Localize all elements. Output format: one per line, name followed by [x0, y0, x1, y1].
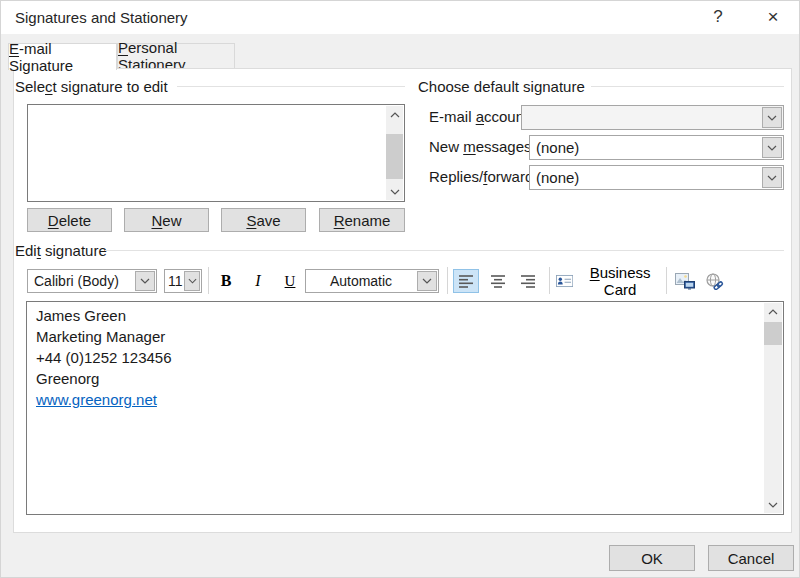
- font-size-select[interactable]: 11: [164, 269, 202, 293]
- signature-line: Marketing Manager: [36, 326, 759, 347]
- toolbar-separator: [447, 267, 448, 294]
- signature-editor[interactable]: James Green Marketing Manager +44 (0)125…: [26, 301, 784, 515]
- page-title: Signatures and Stationery: [15, 9, 188, 26]
- chevron-down-icon: [768, 502, 778, 508]
- signatures-and-stationery-dialog: Signatures and Stationery ? × E-mail Sig…: [0, 0, 800, 578]
- chevron-down-icon: [188, 278, 197, 284]
- new-messages-label: New messages:: [429, 138, 536, 155]
- dropdown-button[interactable]: [762, 107, 782, 128]
- new-messages-value: (none): [530, 139, 761, 156]
- scroll-up-button[interactable]: [386, 106, 403, 123]
- chevron-down-icon: [390, 189, 400, 195]
- insert-picture-icon: [675, 273, 695, 290]
- business-card-button[interactable]: Business Card: [555, 269, 663, 293]
- select-signature-group-label: Select signature to edit: [15, 78, 168, 95]
- new-button[interactable]: New: [124, 208, 209, 232]
- new-messages-select[interactable]: (none): [529, 135, 784, 160]
- chevron-down-icon: [767, 175, 777, 181]
- signature-line: www.greenorg.net: [36, 389, 759, 410]
- tab-label: E-mail Signature: [9, 40, 116, 74]
- delete-button[interactable]: Delete: [27, 208, 112, 232]
- insert-hyperlink-icon: [706, 273, 725, 290]
- signature-link[interactable]: www.greenorg.net: [36, 391, 157, 408]
- business-card-label: Business Card: [578, 264, 662, 298]
- align-center-icon: [490, 274, 506, 288]
- font-color-select[interactable]: Automatic: [305, 269, 439, 293]
- bold-icon: B: [221, 272, 232, 290]
- title-bar: Signatures and Stationery ? ×: [1, 1, 799, 34]
- chevron-up-icon: [390, 112, 400, 118]
- chevron-down-icon: [422, 278, 432, 284]
- insert-picture-button[interactable]: [672, 269, 698, 293]
- email-account-select[interactable]: [521, 105, 784, 130]
- dropdown-button[interactable]: [417, 271, 437, 291]
- replies-forwards-label: Replies/forwards:: [429, 168, 545, 185]
- signature-line: Greenorg: [36, 368, 759, 389]
- dropdown-button[interactable]: [135, 271, 155, 291]
- scroll-down-button[interactable]: [386, 183, 403, 200]
- help-button[interactable]: ?: [701, 3, 735, 31]
- bold-button[interactable]: B: [213, 269, 239, 293]
- chevron-down-icon: [140, 278, 150, 284]
- toolbar-separator: [666, 267, 667, 294]
- replies-forwards-select[interactable]: (none): [529, 165, 784, 190]
- chevron-down-icon: [767, 145, 777, 151]
- editor-scrollbar[interactable]: [764, 303, 782, 513]
- group-divider-line: [591, 86, 784, 87]
- group-divider-line: [177, 86, 405, 87]
- tab-personal-stationery[interactable]: Personal Stationery: [117, 43, 235, 69]
- align-center-button[interactable]: [485, 269, 511, 293]
- italic-icon: I: [255, 272, 260, 290]
- align-left-button[interactable]: [453, 269, 479, 293]
- font-family-value: Calibri (Body): [28, 273, 134, 289]
- toolbar-separator: [208, 267, 209, 294]
- underline-icon: U: [285, 273, 296, 290]
- dropdown-button[interactable]: [184, 271, 200, 291]
- tab-email-signature[interactable]: E-mail Signature: [8, 43, 117, 70]
- replies-forwards-value: (none): [530, 169, 761, 186]
- listbox-scrollbar[interactable]: [386, 106, 403, 200]
- cancel-button[interactable]: Cancel: [708, 545, 794, 571]
- help-icon: ?: [713, 7, 722, 27]
- signature-text: James Green Marketing Manager +44 (0)125…: [36, 305, 759, 410]
- insert-hyperlink-button[interactable]: [702, 269, 728, 293]
- align-right-icon: [520, 274, 536, 288]
- rename-button[interactable]: Rename: [319, 208, 405, 232]
- align-right-button[interactable]: [515, 269, 541, 293]
- italic-button[interactable]: I: [245, 269, 271, 293]
- signature-line: James Green: [36, 305, 759, 326]
- signature-listbox[interactable]: [27, 104, 405, 202]
- dropdown-button[interactable]: [762, 167, 782, 188]
- toolbar-separator: [549, 267, 550, 294]
- chevron-up-icon: [768, 309, 778, 315]
- chevron-down-icon: [767, 115, 777, 121]
- font-color-value: Automatic: [306, 273, 416, 289]
- group-divider-line: [105, 250, 784, 251]
- dropdown-button[interactable]: [762, 137, 782, 158]
- signature-line: +44 (0)1252 123456: [36, 347, 759, 368]
- align-left-icon: [458, 274, 474, 288]
- save-button[interactable]: Save: [221, 208, 306, 232]
- default-signature-group-label: Choose default signature: [418, 78, 585, 95]
- email-account-label: E-mail account:: [429, 108, 532, 125]
- close-icon: ×: [767, 6, 778, 28]
- scrollbar-thumb[interactable]: [386, 134, 403, 179]
- font-family-select[interactable]: Calibri (Body): [27, 269, 157, 293]
- scroll-up-button[interactable]: [764, 303, 782, 320]
- ok-button[interactable]: OK: [609, 545, 695, 571]
- underline-button[interactable]: U: [277, 269, 303, 293]
- edit-signature-group-label: Edit signature: [15, 242, 107, 259]
- scrollbar-thumb[interactable]: [764, 322, 782, 345]
- close-button[interactable]: ×: [756, 3, 790, 31]
- font-size-value: 11: [165, 273, 183, 289]
- business-card-icon: [556, 274, 573, 288]
- scroll-down-button[interactable]: [764, 496, 782, 513]
